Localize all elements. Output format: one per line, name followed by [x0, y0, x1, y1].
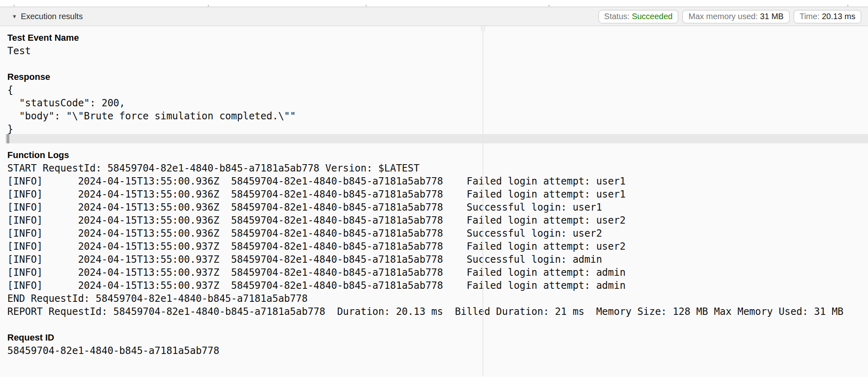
tab-seam — [13, 4, 15, 7]
max-memory-value: 31 MB — [760, 12, 784, 21]
console-line: [INFO] 2024-04-15T13:55:00.936Z 58459704… — [0, 227, 868, 240]
console-lines: Test Event NameTestResponse{ "statusCode… — [0, 31, 868, 370]
console-line: [INFO] 2024-04-15T13:55:00.937Z 58459704… — [0, 253, 868, 266]
tab-seam — [549, 4, 550, 7]
console-line: [INFO] 2024-04-15T13:55:00.936Z 58459704… — [0, 188, 868, 201]
max-memory-label: Max memory used: — [688, 12, 760, 21]
selected-line-highlight — [5, 134, 868, 143]
selected-line — [0, 136, 868, 149]
execution-results-header: ▼ Execution results Status: Succeeded Ma… — [0, 7, 868, 26]
time-label: Time: — [800, 12, 822, 21]
console-line: [INFO] 2024-04-15T13:55:00.937Z 58459704… — [0, 240, 868, 253]
section-heading: Function Logs — [0, 149, 868, 162]
execution-results-toggle[interactable]: ▼ Execution results — [12, 12, 83, 21]
console-line: [INFO] 2024-04-15T13:55:00.937Z 58459704… — [0, 266, 868, 279]
tab-seam — [366, 4, 367, 7]
console-line: [INFO] 2024-04-15T13:55:00.936Z 58459704… — [0, 214, 868, 227]
console-line: REPORT RequestId: 58459704-82e1-4840-b84… — [0, 305, 868, 318]
time-badge: Time: 20.13 ms — [793, 10, 861, 24]
console-line: END RequestId: 58459704-82e1-4840-b845-a… — [0, 292, 868, 305]
text-cursor — [7, 134, 9, 143]
console-line: [INFO] 2024-04-15T13:55:00.936Z 58459704… — [0, 175, 868, 188]
tab-seam — [847, 4, 848, 7]
status-value: Succeeded — [632, 12, 672, 21]
console-line: 58459704-82e1-4840-b845-a7181a5ab778 — [0, 344, 868, 357]
section-heading: Request ID — [0, 331, 868, 344]
console-line — [0, 318, 868, 331]
console-line: [INFO] 2024-04-15T13:55:00.937Z 58459704… — [0, 279, 868, 292]
console-line: Test — [0, 44, 868, 57]
console-line — [0, 357, 868, 370]
browser-tab-strip — [0, 0, 868, 7]
status-badge: Status: Succeeded — [598, 10, 679, 24]
tab-seam — [208, 4, 209, 7]
console-line: [INFO] 2024-04-15T13:55:00.936Z 58459704… — [0, 201, 868, 214]
console-line: "statusCode": 200, — [0, 97, 868, 110]
panel-title: Execution results — [21, 12, 83, 21]
splitter-handle-icon — [481, 26, 485, 31]
triangle-down-icon: ▼ — [12, 14, 17, 19]
panel-splitter[interactable] — [482, 26, 483, 377]
max-memory-badge: Max memory used: 31 MB — [682, 10, 789, 24]
section-heading: Response — [0, 70, 868, 84]
section-heading: Test Event Name — [0, 31, 868, 44]
console-line: START RequestId: 58459704-82e1-4840-b845… — [0, 162, 868, 175]
status-badges: Status: Succeeded Max memory used: 31 MB… — [598, 10, 861, 24]
console-line: { — [0, 84, 868, 97]
execution-output[interactable]: Test Event NameTestResponse{ "statusCode… — [0, 26, 868, 377]
status-label: Status: — [604, 12, 632, 21]
console-line — [0, 57, 868, 70]
time-value: 20.13 ms — [822, 12, 855, 21]
console-line: "body": "\"Brute force simulation comple… — [0, 110, 868, 123]
